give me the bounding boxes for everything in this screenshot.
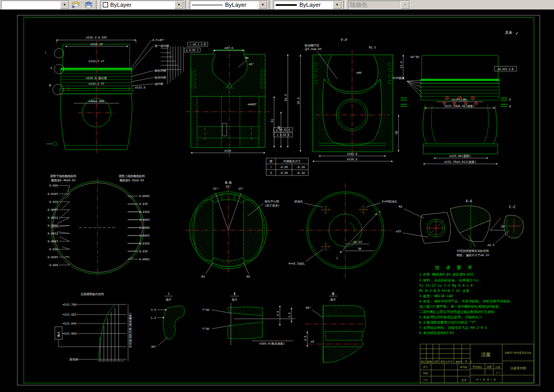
svg-text:油环槽: 油环槽 [154,82,163,86]
svg-text:=115.845: =115.845 [63,322,77,325]
svg-text:-0.10: -0.10 [296,165,305,169]
svg-text:⌀115.34±0.02(测量): ⌀115.34±0.02(测量) [444,104,474,108]
svg-text:⌀115.2 f7: ⌀115.2 f7 [89,82,104,85]
svg-text:0.0047: 0.0047 [47,240,58,243]
svg-text:技 术 要 求: 技 术 要 求 [434,265,473,270]
svg-text:⌀116: ⌀116 [224,149,231,152]
svg-text:60°: 60° [151,345,157,348]
svg-text:0.0162: 0.0162 [139,242,150,245]
svg-text:C: C [336,257,338,260]
svg-text:4.5: 4.5 [304,336,307,341]
svg-text:61: 61 [270,119,274,122]
svg-text:45°: 45° [249,63,254,66]
svg-text:Si 11~13 Cu 1~3 Mg 0.4~1.0: Si 11~13 Cu 1~3 Mg 0.4~1.0 [419,283,473,288]
svg-text:0.0043: 0.0043 [139,234,150,237]
svg-text:放大: 放大 [166,298,172,301]
svg-text:7.全部锐边倒钝, 清除毛刺飞边 R0.2~0.5: 7.全部锐边倒钝, 清除毛刺飞边 R0.2~0.5 [419,326,487,330]
svg-text:矩形环槽: 矩形环槽 [154,76,167,79]
svg-text:R6: R6 [245,56,249,60]
svg-text:2.材料: 共晶铝硅合金, 化学成分(%):: 2.材料: 共晶铝硅合金, 化学成分(%): [419,278,481,282]
svg-text:斜油孔: 斜油孔 [295,200,304,203]
svg-text:基准面: 基准面 [70,358,79,361]
svg-text:=115.780: =115.780 [63,303,77,306]
svg-text:0.0000: 0.0000 [139,226,150,229]
svg-text:销孔中心线: 销孔中心线 [264,200,279,203]
svg-text:喷油嘴凹坑: 喷油嘴凹坑 [305,44,319,47]
svg-text:裙部下端面椭圆曲线: 裙部下端面椭圆曲线 [50,174,76,178]
svg-text:7°30': 7°30' [202,308,211,311]
svg-text:4.9: 4.9 [276,311,279,316]
svg-text:0.0681: 0.0681 [139,258,150,261]
svg-text:Ⅲ: Ⅲ [332,292,335,296]
svg-text:放大: 放大 [331,298,337,301]
svg-text:15°: 15° [226,185,231,188]
svg-text:0.010: 0.010 [49,200,58,203]
svg-text:5.热处理后经时效稳定处理, 消除内应力: 5.热处理后经时效稳定处理, 消除内应力 [419,315,482,319]
svg-text:24.13: 24.13 [353,240,362,243]
svg-text:R2: R2 [399,205,402,208]
svg-text:14.4: 14.4 [400,61,403,68]
svg-text:测点: 测点 [57,331,61,338]
svg-text:✓: ✓ [516,31,518,36]
svg-text:D: D [509,105,511,108]
svg-text:60°: 60° [306,306,311,309]
svg-text:∥ 0.05 C: ∥ 0.05 C [186,48,199,52]
svg-text:椭圆度0.48±0.03: 椭圆度0.48±0.03 [51,179,75,182]
svg-text:0.0012: 0.0012 [47,216,58,219]
svg-text:Ⅲ: Ⅲ [49,84,51,87]
svg-text:⌀102.6: ⌀102.6 [347,152,357,155]
svg-text:阶段标记: 阶段标记 [473,365,483,369]
svg-text:⌀115.78±0.013(测量): ⌀115.78±0.013(测量) [444,160,477,164]
svg-text:1:1: 1:1 [495,371,500,374]
svg-text:二道环槽以上部位不得有超过规定数量的针孔缺陷: 二道环槽以上部位不得有超过规定数量的针孔缺陷 [419,310,494,314]
drawing-canvas[interactable]: 其余 ✓ Ⅰ Ⅱ Ⅲ [0,0,554,392]
svg-text:F—F: F—F [341,38,348,42]
svg-text:R3: R3 [201,275,205,278]
svg-text:⌀2: ⌀2 [310,340,314,343]
svg-text:⌀108.4(检具测量): ⌀108.4(检具测量) [259,342,285,346]
svg-text:距活塞顶面距离(检具测量): 距活塞顶面距离(检具测量) [129,312,132,348]
svg-text:标记: 标记 [420,360,426,364]
svg-text:R1.5: R1.5 [369,46,376,49]
svg-text:58: 58 [395,131,398,134]
svg-text:更改文件号: 更改文件号 [441,360,453,363]
svg-text:处数: 处数 [426,360,432,364]
svg-text:⌀47.6: ⌀47.6 [225,46,234,50]
svg-text:⌀115.8: ⌀115.8 [135,86,145,89]
svg-text:环岸镀锡: 环岸镀锡 [393,76,405,80]
svg-text:检验, 偏差不大于±0.15: 检验, 偏差不大于±0.15 [456,253,489,257]
svg-text:6.活塞顶面按重量分组打印标记 “Y”: 6.活塞顶面按重量分组打印标记 “Y” [419,320,476,325]
svg-text:裙部上端面椭圆曲线: 裙部上端面椭圆曲线 [119,174,145,178]
svg-text:⌀115.8 涂石墨: ⌀115.8 涂石墨 [86,76,107,80]
svg-text:⌀116.2-0.035: ⌀116.2-0.035 [86,36,107,39]
svg-text:3.5: 3.5 [151,308,156,311]
svg-text:3.硬度: HB110~140: 3.硬度: HB110~140 [419,294,453,298]
cad-application-window: ▼ ByLayer ▼ ByLayer ▼ B [0,0,554,392]
svg-text:⌀115(上部): ⌀115(上部) [452,98,468,102]
svg-text:0.020: 0.020 [49,184,58,187]
svg-text:椭圆度0.52±0.03: 椭圆度0.52±0.03 [120,179,144,182]
svg-text:⌀2.5: ⌀2.5 [488,243,494,247]
svg-text:0.0165: 0.0165 [47,256,58,259]
organization: 机械设计制造及其自动化 [505,351,532,355]
svg-text:环槽检具尺寸: 环槽检具尺寸 [284,160,302,163]
svg-text:10°30': 10°30' [410,55,421,58]
svg-text:0.0681: 0.0681 [139,194,150,198]
svg-text:E: E [509,98,511,101]
svg-text:其余: 其余 [505,31,512,35]
svg-text:=115.825: =115.825 [63,313,77,316]
svg-text:Ⅱ: Ⅱ [234,292,235,296]
svg-text:⌖ ⌀0.1 A B: ⌖ ⌀0.1 A B [190,43,206,46]
section-f-view: F—F 95.6 58 [297,38,403,161]
svg-text:◎ ⌀0.02 A: ◎ ⌀0.02 A [276,128,290,131]
svg-text:0.035: 0.035 [139,250,148,253]
svg-text:Mn 0.3~0.9 Fe<0.7 Al 余量: Mn 0.3~0.9 Fe<0.7 Al 余量 [419,289,470,293]
svg-text:-0.10: -0.10 [296,171,305,174]
svg-text:0.0000: 0.0000 [47,224,58,227]
svg-text:4×⌀2.5油孔: 4×⌀2.5油孔 [288,262,305,266]
svg-text:1.2: 1.2 [151,316,156,319]
svg-text:Ⅱ: Ⅱ [51,66,52,70]
svg-text:=115.860: =115.860 [63,332,77,335]
svg-text:⌀0.025 A-B: ⌀0.025 A-B [498,67,513,71]
svg-text:(加工基准): (加工基准) [265,204,280,207]
